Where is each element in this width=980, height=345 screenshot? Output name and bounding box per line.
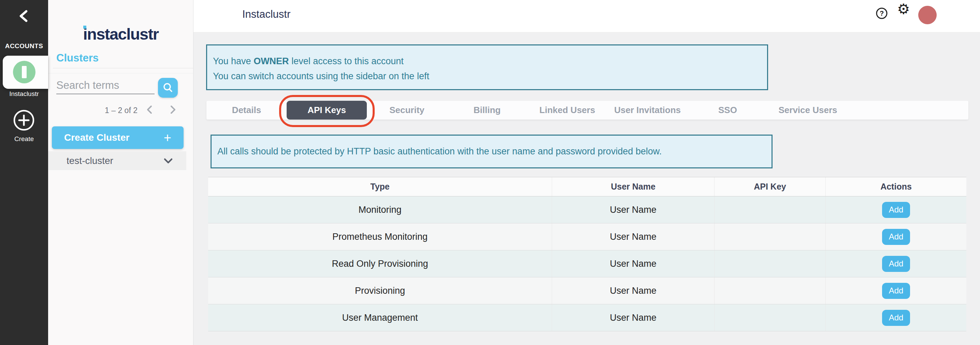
add-read-only-provisioning-key-button[interactable]: Add (882, 256, 910, 272)
column-header-actions: Actions (826, 177, 966, 196)
account-avatar: I (13, 61, 35, 83)
clusters-heading: Clusters (56, 52, 99, 64)
table-row-user-management: User Management User Name Add (208, 304, 966, 331)
api-auth-notice: All calls should be protected by HTTP ba… (210, 134, 773, 168)
search-button[interactable] (158, 78, 178, 98)
tab-billing[interactable]: Billing (447, 101, 527, 120)
api-keys-table: Type User Name API Key Actions Monitorin… (208, 177, 966, 331)
main-content: Instaclustr ? ⚙ You have OWNER level acc… (194, 0, 980, 345)
table-row-monitoring: Monitoring User Name Add (208, 196, 966, 224)
column-header-type: Type (208, 177, 552, 196)
cell-api-key (714, 196, 826, 223)
add-prometheus-monitoring-key-button[interactable]: Add (882, 229, 910, 245)
table-header-row: Type User Name API Key Actions (208, 177, 966, 196)
create-cluster-button[interactable]: Create Cluster + (52, 126, 184, 149)
create-account-button[interactable] (13, 109, 35, 131)
page-title: Instaclustr (242, 8, 290, 21)
create-account-label: Create (0, 135, 48, 143)
access-level-badge: OWNER (253, 56, 289, 66)
user-avatar[interactable] (918, 6, 937, 24)
help-icon: ? (876, 7, 888, 19)
tab-linked-users[interactable]: Linked Users (527, 101, 608, 120)
chevron-right-icon (167, 104, 179, 116)
cell-user-name: User Name (552, 251, 714, 277)
account-name: Instaclustr (0, 90, 48, 98)
add-provisioning-key-button[interactable]: Add (882, 283, 910, 299)
chevron-left-icon (16, 8, 32, 24)
search-input[interactable] (56, 77, 154, 94)
clusters-sidebar: instaclustr Clusters 1 – 2 of 2 Create C… (48, 0, 194, 345)
table-row-provisioning: Provisioning User Name Add (208, 277, 966, 304)
cell-type: Read Only Provisioning (208, 251, 552, 277)
logo-text: instaclustr (83, 25, 158, 43)
cell-user-name: User Name (552, 196, 714, 223)
column-header-api-key: API Key (714, 177, 826, 196)
cell-type: User Management (208, 304, 552, 331)
pagination-prev-button[interactable] (144, 104, 156, 116)
gear-icon: ⚙ (897, 1, 910, 17)
svg-text:?: ? (880, 10, 884, 17)
cell-type: Provisioning (208, 277, 552, 304)
cell-api-key (714, 251, 826, 277)
tab-api-keys[interactable]: API Keys (286, 101, 367, 120)
tab-service-users[interactable]: Service Users (768, 101, 848, 120)
cell-user-name: User Name (552, 224, 714, 250)
cell-api-key (714, 277, 826, 304)
create-cluster-label: Create Cluster (64, 132, 129, 143)
tab-details[interactable]: Details (207, 101, 286, 120)
accounts-label: ACCOUNTS (0, 42, 48, 50)
back-button[interactable] (16, 8, 32, 24)
table-row-read-only-provisioning: Read Only Provisioning User Name Add (208, 251, 966, 277)
plus-icon: + (164, 131, 171, 144)
cluster-item-test-cluster[interactable]: test-cluster (48, 151, 186, 170)
main-header: Instaclustr ? ⚙ (194, 0, 980, 32)
tab-sso[interactable]: SSO (687, 101, 768, 120)
cell-api-key (714, 224, 826, 250)
account-item-instaclustr[interactable]: I (3, 56, 48, 89)
cluster-name: test-cluster (67, 155, 113, 166)
tab-user-invitations[interactable]: User Invitations (608, 101, 687, 120)
access-level-notice: You have OWNER level access to this acco… (206, 45, 768, 90)
cell-type: Monitoring (208, 196, 552, 223)
settings-button[interactable]: ⚙ (897, 2, 910, 16)
cell-api-key (714, 304, 826, 331)
pagination-status: 1 – 2 of 2 (48, 106, 137, 115)
pagination-next-button[interactable] (167, 104, 179, 116)
accounts-rail: ACCOUNTS I Instaclustr Create (0, 0, 48, 345)
column-header-user-name: User Name (552, 177, 714, 196)
logo-dot (83, 26, 86, 29)
tab-security[interactable]: Security (367, 101, 447, 120)
chevron-left-icon (144, 104, 156, 116)
help-button[interactable]: ? (876, 7, 888, 19)
add-monitoring-key-button[interactable]: Add (882, 202, 910, 218)
access-level-line1: You have OWNER level access to this acco… (213, 54, 767, 69)
plus-circle-icon (13, 109, 35, 131)
add-user-management-key-button[interactable]: Add (882, 310, 910, 326)
cell-user-name: User Name (552, 277, 714, 304)
divider (48, 73, 193, 73)
cell-user-name: User Name (552, 304, 714, 331)
chevron-down-icon (163, 158, 173, 166)
instaclustr-logo: instaclustr (48, 25, 194, 43)
access-level-line2: You can switch accounts using the sideba… (213, 69, 767, 84)
table-row-prometheus-monitoring: Prometheus Monitoring User Name Add (208, 224, 966, 251)
main-body: You have OWNER level access to this acco… (194, 32, 980, 345)
search-icon (162, 82, 173, 93)
cell-type: Prometheus Monitoring (208, 224, 552, 250)
account-tabs: Details API Keys Security Billing Linked… (207, 101, 969, 120)
account-initial: I (22, 66, 27, 78)
